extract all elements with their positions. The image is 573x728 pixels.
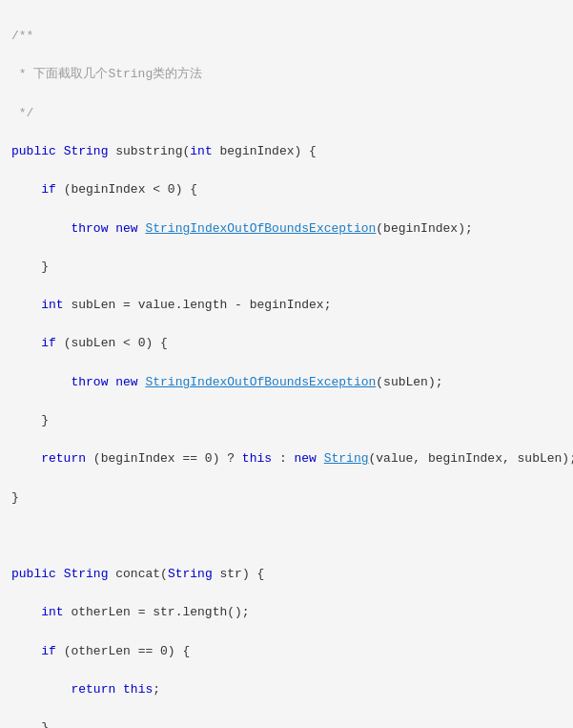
kw-public2: public [11, 567, 56, 581]
line-4: public String substring(int beginIndex) … [11, 142, 562, 161]
line-1: /** [11, 27, 562, 46]
line-18: return this; [11, 680, 562, 699]
kw-return1: return [41, 451, 86, 466]
class-string1: String [324, 451, 369, 466]
type-int3: int [41, 605, 63, 619]
kw-this2: this [123, 682, 153, 697]
kw-new3: new [294, 451, 316, 466]
type-int1: int [190, 144, 212, 158]
comment-desc1: * 下面截取几个String类的方法 [11, 67, 202, 81]
line-6: throw new StringIndexOutOfBoundsExceptio… [11, 219, 562, 239]
kw-new1: new [115, 221, 137, 236]
type-string3: String [168, 567, 213, 581]
line-2: * 下面截取几个String类的方法 [11, 65, 562, 84]
line-8: int subLen = value.length - beginIndex; [11, 296, 562, 315]
kw-return2: return [71, 682, 115, 697]
line-11: } [11, 411, 562, 430]
line-12: return (beginIndex == 0) ? this : new St… [11, 449, 562, 468]
kw-throw2: throw [71, 375, 108, 389]
line-17: if (otherLen == 0) { [11, 642, 562, 661]
kw-public1: public [11, 144, 56, 158]
type-int2: int [41, 298, 63, 312]
line-19: } [11, 718, 562, 728]
line-10: throw new StringIndexOutOfBoundsExceptio… [11, 373, 562, 392]
line-5: if (beginIndex < 0) { [11, 180, 562, 199]
line-16: int otherLen = str.length(); [11, 603, 562, 622]
kw-if1: if [41, 182, 56, 197]
kw-this1: this [242, 451, 272, 466]
line-9: if (subLen < 0) { [11, 334, 562, 353]
class-stringindex1: StringIndexOutOfBoundsException [145, 221, 376, 236]
type-string2: String [64, 567, 109, 581]
kw-if3: if [41, 644, 56, 658]
type-string1: String [64, 144, 109, 158]
code-container: /** * 下面截取几个String类的方法 */ public String … [0, 0, 573, 728]
line-13: } [11, 489, 562, 508]
code-block: /** * 下面截取几个String类的方法 */ public String … [0, 8, 573, 728]
comment-end1: */ [11, 106, 33, 120]
method-substring: substring [115, 144, 182, 158]
kw-if2: if [41, 336, 56, 350]
kw-new2: new [115, 375, 137, 389]
class-stringindex2: StringIndexOutOfBoundsException [145, 375, 376, 389]
comment-start: /** [11, 29, 33, 43]
line-15: public String concat(String str) { [11, 565, 562, 584]
line-7: } [11, 258, 562, 277]
kw-throw1: throw [71, 221, 108, 236]
line-3: */ [11, 104, 562, 123]
line-14 [11, 527, 562, 546]
method-concat: concat [115, 567, 160, 581]
